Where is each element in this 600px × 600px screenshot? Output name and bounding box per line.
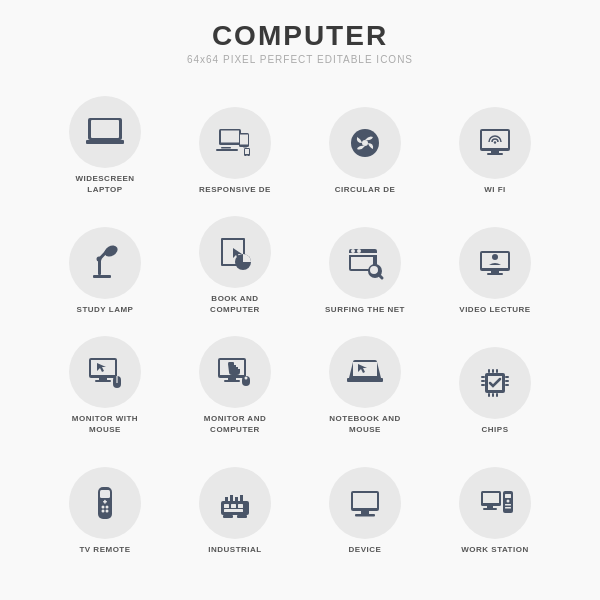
icon-bg [329, 467, 401, 539]
icon-cell-device: DEVICE [300, 443, 430, 563]
svg-rect-63 [488, 369, 490, 373]
icon-bg [69, 96, 141, 168]
icon-cell-widescreen-laptop: WIDESCREEN LAPTOP [40, 83, 170, 203]
page-subtitle: 64x64 PIXEL PERFECT EDITABLE ICONS [187, 54, 413, 65]
svg-rect-8 [240, 134, 248, 144]
icon-cell-work-station: WORK STATION [430, 443, 560, 563]
icon-bg [69, 467, 141, 539]
svg-rect-60 [505, 376, 509, 378]
svg-rect-83 [237, 515, 247, 518]
svg-rect-2 [91, 120, 119, 138]
svg-rect-62 [505, 384, 509, 386]
svg-rect-72 [104, 499, 106, 503]
svg-rect-29 [349, 253, 377, 255]
svg-rect-87 [224, 509, 243, 512]
icon-cell-book-and-computer: BOOK AND COMPUTER [170, 203, 300, 323]
svg-rect-54 [353, 362, 377, 376]
svg-rect-90 [361, 511, 369, 514]
svg-rect-11 [245, 149, 249, 154]
svg-point-76 [106, 509, 109, 512]
svg-rect-18 [491, 151, 499, 153]
svg-rect-79 [230, 495, 233, 502]
icon-cell-notebook-and-mouse: NOTEBOOK AND MOUSE [300, 323, 430, 443]
svg-rect-43 [99, 378, 107, 380]
svg-point-24 [97, 256, 102, 261]
svg-rect-20 [93, 275, 111, 278]
svg-rect-99 [505, 504, 511, 506]
icon-label: STUDY LAMP [77, 305, 134, 315]
icon-grid: WIDESCREEN LAPTOP RESPONSIVE D [40, 83, 560, 563]
svg-rect-6 [216, 149, 238, 151]
icon-bg [329, 107, 401, 179]
page: COMPUTER 64x64 PIXEL PERFECT EDITABLE IC… [0, 0, 600, 600]
icon-bg [199, 107, 271, 179]
icon-label: TV REMOTE [79, 545, 130, 555]
icon-bg [69, 227, 141, 299]
svg-line-35 [378, 274, 382, 278]
svg-rect-70 [100, 490, 110, 498]
icon-bg [69, 336, 141, 408]
svg-rect-58 [481, 380, 485, 382]
svg-rect-84 [224, 504, 229, 508]
icon-bg [329, 227, 401, 299]
svg-rect-86 [238, 504, 243, 508]
icon-label: CHIPS [482, 425, 509, 435]
icon-cell-monitor-with-mouse: MONITOR WITH MOUSE [40, 323, 170, 443]
svg-rect-42 [91, 360, 115, 375]
svg-rect-68 [496, 393, 498, 397]
icon-bg [199, 467, 271, 539]
svg-rect-91 [355, 514, 375, 517]
svg-rect-40 [487, 273, 503, 275]
icon-label: MONITOR AND COMPUTER [190, 414, 280, 435]
icon-label: RESPONSIVE DE [199, 185, 271, 195]
svg-rect-31 [357, 249, 361, 253]
svg-point-38 [492, 254, 498, 260]
svg-rect-12 [247, 155, 248, 156]
svg-rect-30 [351, 249, 355, 253]
icon-bg [459, 227, 531, 299]
icon-label: SURFING THE NET [325, 305, 405, 315]
svg-point-98 [507, 499, 510, 502]
svg-rect-1 [86, 140, 124, 144]
svg-rect-64 [492, 369, 494, 373]
svg-rect-94 [487, 506, 493, 508]
icon-cell-wi-fi: WI FI [430, 83, 560, 203]
icon-label: BOOK AND COMPUTER [190, 294, 280, 315]
svg-point-34 [370, 266, 378, 274]
icon-cell-circular-de: CIRCULAR DE [300, 83, 430, 203]
icon-cell-monitor-and-computer: MONITOR AND COMPUTER [170, 323, 300, 443]
svg-rect-66 [488, 393, 490, 397]
icon-label: VIDEO LECTURE [459, 305, 530, 315]
svg-rect-97 [505, 494, 511, 498]
svg-rect-19 [487, 153, 503, 155]
svg-rect-95 [483, 508, 497, 510]
icon-bg [459, 107, 531, 179]
svg-point-73 [102, 505, 105, 508]
svg-rect-61 [505, 380, 509, 382]
svg-rect-78 [225, 497, 228, 502]
icon-cell-chips: CHIPS [430, 323, 560, 443]
icon-bg [199, 336, 271, 408]
icon-label: WIDESCREEN LAPTOP [60, 174, 150, 195]
svg-rect-100 [505, 507, 511, 509]
svg-rect-93 [483, 493, 499, 503]
svg-rect-5 [221, 147, 231, 149]
svg-rect-4 [221, 130, 239, 142]
svg-rect-81 [240, 495, 243, 502]
icon-bg [459, 347, 531, 419]
svg-rect-85 [231, 504, 236, 508]
svg-rect-80 [235, 497, 238, 502]
svg-rect-50 [224, 380, 240, 382]
svg-rect-65 [496, 369, 498, 373]
icon-cell-study-lamp: STUDY LAMP [40, 203, 170, 323]
svg-point-74 [106, 505, 109, 508]
svg-rect-59 [481, 384, 485, 386]
svg-point-17 [494, 141, 496, 143]
svg-rect-9 [243, 146, 247, 148]
icon-bg [199, 216, 271, 288]
icon-label: INDUSTRIAL [208, 545, 261, 555]
svg-point-52 [245, 377, 248, 380]
icon-label: CIRCULAR DE [335, 185, 396, 195]
page-title: COMPUTER [212, 20, 388, 52]
svg-rect-57 [481, 376, 485, 378]
